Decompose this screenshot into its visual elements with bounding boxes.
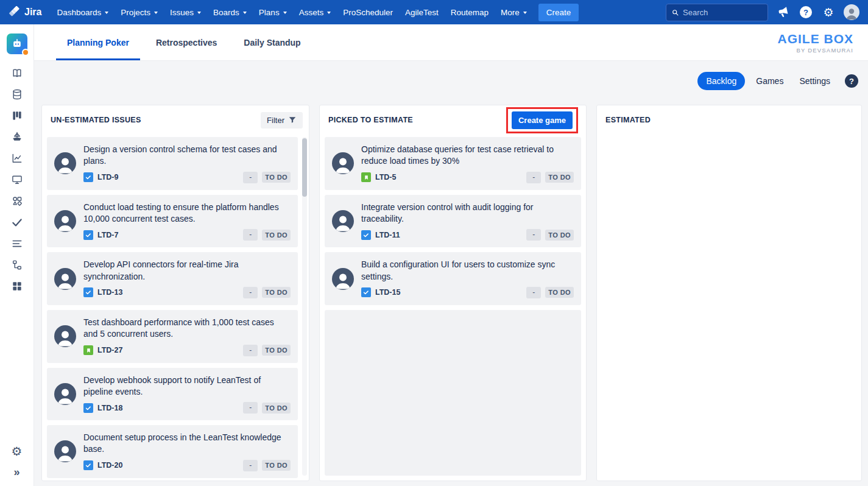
issue-card[interactable]: Build a configuration UI for users to cu… xyxy=(325,252,581,305)
card-list: Optimize database queries for test case … xyxy=(325,137,581,305)
settings-button[interactable]: Settings xyxy=(794,72,835,90)
issue-summary: Integrate version control with audit log… xyxy=(361,202,574,225)
view-toolbar: Backlog Games Settings ? xyxy=(41,72,862,90)
issue-card[interactable]: Optimize database queries for test case … xyxy=(325,137,581,190)
games-button[interactable]: Games xyxy=(751,72,788,90)
scrollbar-thumb[interactable] xyxy=(302,138,307,197)
topnav-item-label: Plans xyxy=(259,8,280,17)
column-body: Optimize database queries for test case … xyxy=(320,135,586,481)
status-badge: TO DO xyxy=(545,230,574,241)
help-icon[interactable]: ? xyxy=(845,74,858,88)
topnav-item[interactable]: AgileTest xyxy=(400,4,444,21)
issue-card[interactable]: Develop webhook support to notify LeanTe… xyxy=(47,368,298,421)
scrollbar[interactable] xyxy=(302,137,307,476)
rows-icon[interactable] xyxy=(10,237,24,250)
user-avatar[interactable] xyxy=(844,4,859,20)
chevron-down-icon xyxy=(243,12,247,14)
topnav-item[interactable]: Issues xyxy=(164,4,206,21)
shapes-icon[interactable] xyxy=(10,194,24,208)
monitor-icon[interactable] xyxy=(10,173,24,186)
help-icon[interactable]: ? xyxy=(799,5,813,19)
column-title: ESTIMATED xyxy=(605,116,651,124)
filter-button[interactable]: Filter xyxy=(261,112,303,129)
issue-card[interactable]: Document setup process in the LeanTest k… xyxy=(47,425,298,478)
issue-card[interactable]: Develop API connectors for real-time Jir… xyxy=(47,252,298,305)
task-type-icon xyxy=(83,287,93,297)
issue-key: LTD-20 xyxy=(97,461,122,470)
topnav-item[interactable]: ProScheduler xyxy=(337,4,398,21)
create-button[interactable]: Create xyxy=(538,4,579,21)
board-columns-icon[interactable] xyxy=(10,109,24,122)
topnav-item[interactable]: Routemap xyxy=(445,4,494,21)
status-badge: TO DO xyxy=(262,345,291,356)
issue-summary: Document setup process in the LeanTest k… xyxy=(83,432,291,456)
task-type-icon xyxy=(83,230,93,240)
topnav-item-label: Issues xyxy=(170,8,194,17)
agile-box-subtitle: BY DEVSAMURAI xyxy=(777,47,853,54)
chevron-down-icon xyxy=(327,12,331,14)
app-tab[interactable]: Retrospectives xyxy=(145,24,228,60)
top-navigation-bar: Jira Dashboards Projects Issues Boards P… xyxy=(0,0,868,24)
topnav-item[interactable]: Plans xyxy=(253,4,292,21)
topnav-item-label: Assets xyxy=(299,8,324,17)
app-tab[interactable]: Planning Poker xyxy=(56,24,140,60)
estimate-badge: - xyxy=(243,345,258,356)
issue-card[interactable]: Conduct load testing to ensure the platf… xyxy=(47,195,298,248)
issue-meta: LTD-27 - TO DO xyxy=(83,345,291,356)
topnav-item[interactable]: More xyxy=(495,4,532,21)
issue-key: LTD-15 xyxy=(375,288,400,297)
task-type-icon xyxy=(361,230,371,240)
chevron-down-icon xyxy=(523,12,527,14)
topnav-item[interactable]: Projects xyxy=(115,4,163,21)
ship-icon[interactable] xyxy=(10,130,24,144)
column-picked-to-estimate: PICKED TO ESTIMATE Create game Optimize … xyxy=(319,105,587,481)
issue-card[interactable]: Test dashboard performance with 1,000 te… xyxy=(47,310,298,363)
check-icon[interactable] xyxy=(10,216,24,229)
column-header: ESTIMATED xyxy=(597,105,861,135)
jira-logo[interactable]: Jira xyxy=(9,6,41,18)
status-badge: TO DO xyxy=(262,460,291,471)
backlog-button[interactable]: Backlog xyxy=(697,72,745,90)
story-type-icon xyxy=(83,345,93,355)
grid-icon[interactable] xyxy=(10,280,24,293)
task-type-icon xyxy=(83,460,93,470)
database-icon[interactable] xyxy=(10,88,24,101)
issue-key: LTD-5 xyxy=(375,173,397,181)
column-estimated: ESTIMATED xyxy=(596,105,862,481)
assignee-avatar xyxy=(54,383,76,405)
chevron-down-icon xyxy=(283,12,287,14)
topnav-item[interactable]: Boards xyxy=(208,4,252,21)
issue-key: LTD-11 xyxy=(375,231,400,239)
issue-card[interactable]: Integrate version control with audit log… xyxy=(325,195,581,248)
issue-summary: Test dashboard performance with 1,000 te… xyxy=(83,317,291,340)
search-box[interactable] xyxy=(666,4,768,21)
agile-box-brand: AGILE BOX BY DEVSAMURAI xyxy=(777,32,853,54)
filter-funnel-icon xyxy=(288,116,297,124)
issue-key: LTD-13 xyxy=(97,288,122,297)
app-tab[interactable]: Daily Standup xyxy=(233,24,311,60)
assignee-avatar xyxy=(54,440,76,462)
issue-summary: Design a version control schema for test… xyxy=(83,144,291,167)
hierarchy-icon[interactable] xyxy=(10,258,24,272)
tab-label: Retrospectives xyxy=(156,38,217,48)
status-badge: TO DO xyxy=(545,172,574,183)
status-badge: TO DO xyxy=(262,287,291,298)
settings-gear-icon[interactable]: ⚙ xyxy=(821,5,836,19)
topnav-item[interactable]: Dashboards xyxy=(51,4,114,21)
issue-card[interactable]: Design a version control schema for test… xyxy=(47,137,298,190)
assignee-avatar xyxy=(332,268,354,290)
expand-icon[interactable]: » xyxy=(10,465,24,479)
agile-box-app-logo[interactable] xyxy=(7,33,27,54)
issue-meta: LTD-18 - TO DO xyxy=(83,402,291,414)
planning-board: UN-ESTIMATED ISSUES Filter Design a vers… xyxy=(41,105,862,481)
megaphone-icon[interactable] xyxy=(775,4,792,21)
chart-icon[interactable] xyxy=(10,152,24,165)
estimate-badge: - xyxy=(243,172,258,183)
book-icon[interactable] xyxy=(10,66,24,80)
create-game-button[interactable]: Create game xyxy=(512,111,573,129)
sidebar-icon-list xyxy=(10,66,24,293)
search-input[interactable] xyxy=(683,8,763,17)
topnav-item[interactable]: Assets xyxy=(294,4,337,21)
settings-gear-icon[interactable]: ⚙ xyxy=(10,445,24,458)
topnav-item-label: Projects xyxy=(121,8,150,17)
